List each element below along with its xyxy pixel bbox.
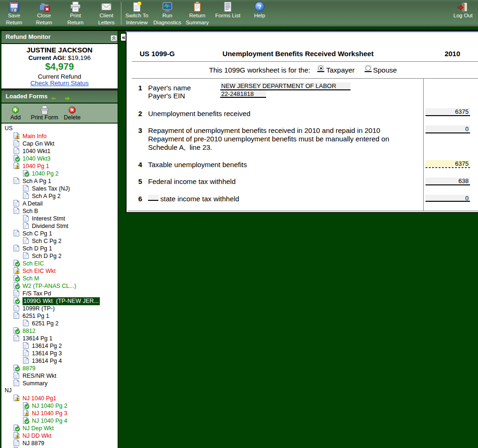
svg-text:?: ?: [258, 3, 261, 10]
